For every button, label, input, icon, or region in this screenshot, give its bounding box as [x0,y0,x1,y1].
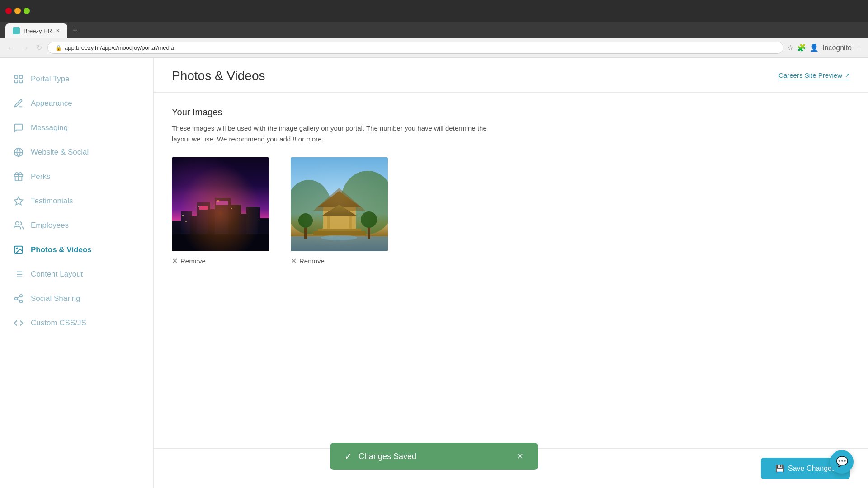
sidebar-label-perks: Perks [31,172,50,181]
sidebar-item-photos-videos[interactable]: Photos & Videos [0,238,153,262]
sidebar-item-portal-type[interactable]: Portal Type [0,67,153,91]
svg-rect-50 [349,216,352,230]
sidebar-label-testimonials: Testimonials [31,197,73,206]
remove-image-2-btn[interactable]: ✕ Remove [291,257,388,265]
sidebar: Portal Type Appearance Messaging [0,58,154,488]
sidebar-label-messaging: Messaging [31,123,68,132]
temple-image [291,157,388,251]
remove-x-icon-1: ✕ [172,257,178,265]
window-minimize-btn[interactable] [14,8,21,14]
section-title: Your Images [172,107,850,117]
photo-icon [13,244,24,256]
svg-point-20 [20,300,23,303]
menu-icon[interactable]: ⋮ [855,43,863,52]
sidebar-item-social-sharing[interactable]: Social Sharing [0,286,153,311]
back-button[interactable]: ← [5,42,16,54]
svg-marker-8 [14,197,23,205]
svg-rect-2 [15,80,18,83]
sidebar-label-custom-css-js: Custom CSS/JS [31,319,86,328]
profile-icon[interactable]: 👤 [810,43,819,52]
sidebar-item-employees[interactable]: Employees [0,213,153,238]
chat-support-btn[interactable]: 💬 [830,450,854,474]
svg-rect-38 [185,221,187,222]
forward-button[interactable]: → [20,42,31,54]
toast-check-icon: ✓ [344,451,352,462]
careers-preview-link[interactable]: Careers Site Preview ↗ [778,71,850,80]
star-icon [13,195,24,207]
svg-marker-48 [321,205,357,216]
sidebar-item-website-social[interactable]: Website & Social [0,140,153,164]
svg-point-43 [340,171,388,234]
svg-rect-51 [318,229,361,232]
svg-rect-26 [190,216,199,251]
new-tab-btn[interactable]: + [67,23,83,38]
city-image [172,157,269,251]
sidebar-item-custom-css-js[interactable]: Custom CSS/JS [0,311,153,335]
careers-preview-text: Careers Site Preview [778,71,842,79]
svg-rect-34 [199,206,208,210]
toast-message: Changes Saved [359,452,416,461]
remove-image-1-btn[interactable]: ✕ Remove [172,257,269,265]
svg-point-58 [298,213,313,228]
chat-icon [13,122,24,134]
active-tab[interactable]: Breezy HR ✕ [5,23,67,38]
svg-rect-28 [208,209,218,251]
svg-rect-37 [182,215,184,216]
chat-icon-symbol: 💬 [836,456,848,468]
svg-rect-57 [304,224,307,239]
toast-close-btn[interactable]: ✕ [517,451,524,461]
image-thumb-1 [172,157,269,251]
svg-rect-36 [172,234,269,251]
svg-rect-1 [19,75,22,78]
pen-icon [13,98,24,109]
save-icon: 💾 [775,464,784,473]
layout-icon [13,268,24,280]
tab-bar: Breezy HR ✕ + [0,22,868,38]
svg-rect-40 [217,200,219,202]
sidebar-item-appearance[interactable]: Appearance [0,91,153,116]
tab-close-btn[interactable]: ✕ [56,28,60,34]
svg-rect-49 [327,216,330,230]
refresh-button[interactable]: ↻ [34,42,44,54]
sidebar-item-testimonials[interactable]: Testimonials [0,189,153,213]
svg-rect-42 [291,157,388,251]
code-icon [13,317,24,329]
url-text: app.breezy.hr/app/c/moodjoy/portal/media [65,44,174,51]
remove-label-2: Remove [299,257,325,265]
people-icon [13,220,24,231]
svg-rect-29 [215,198,231,251]
lock-icon: 🔒 [55,45,62,51]
window-maximize-btn[interactable] [24,8,30,14]
section-description: These images will be used with the image… [172,123,488,145]
address-bar[interactable]: 🔒 app.breezy.hr/app/c/moodjoy/portal/med… [47,42,783,54]
sidebar-label-social-sharing: Social Sharing [31,294,80,303]
svg-point-9 [16,222,19,225]
svg-rect-53 [291,236,388,251]
sidebar-item-perks[interactable]: Perks [0,164,153,189]
svg-rect-35 [216,201,228,205]
sidebar-label-photos-videos: Photos & Videos [31,245,92,254]
content-body: Your Images These images will be used wi… [154,93,868,280]
svg-rect-32 [246,207,260,251]
svg-point-54 [321,235,357,240]
app-container: Portal Type Appearance Messaging [0,58,868,488]
svg-rect-3 [19,80,22,83]
window-controls [5,8,30,14]
share-icon [13,293,24,305]
remove-label-1: Remove [180,257,206,265]
svg-rect-23 [172,157,269,251]
bookmark-icon[interactable]: ☆ [787,43,793,52]
gift-icon [13,171,24,183]
svg-rect-39 [198,206,199,207]
svg-rect-30 [228,205,241,251]
window-close-btn[interactable] [5,8,12,14]
sidebar-item-content-layout[interactable]: Content Layout [0,262,153,286]
sidebar-item-messaging[interactable]: Messaging [0,116,153,140]
svg-rect-33 [258,218,269,251]
external-link-icon: ↗ [845,72,850,79]
sidebar-label-content-layout: Content Layout [31,270,83,279]
extensions-icon[interactable]: 🧩 [797,43,806,52]
tab-title: Breezy HR [24,28,52,34]
changes-saved-toast: ✓ Changes Saved ✕ [330,443,538,470]
svg-rect-0 [15,75,18,78]
